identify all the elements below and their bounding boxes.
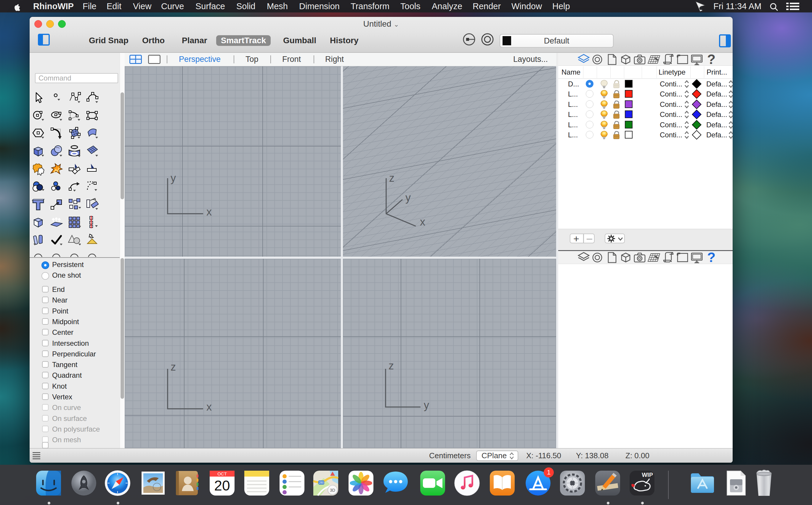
svg-text:z: z [170,361,176,373]
svg-text:y: y [405,191,411,204]
svg-text:?: ? [707,252,715,263]
svg-text:x: x [207,401,212,413]
svg-text:z: z [389,360,394,372]
svg-text:280: 280 [319,481,324,484]
svg-text:x: x [207,206,212,218]
svg-text:z: z [389,172,394,184]
svg-text:3D: 3D [330,488,335,493]
svg-text:20: 20 [214,478,230,493]
svg-text:y: y [170,172,176,184]
svg-text:OCT: OCT [217,471,227,476]
svg-text:y: y [424,399,429,411]
svg-text:x: x [420,216,425,228]
svg-text:?: ? [707,54,715,65]
svg-text:WIP: WIP [642,472,653,478]
